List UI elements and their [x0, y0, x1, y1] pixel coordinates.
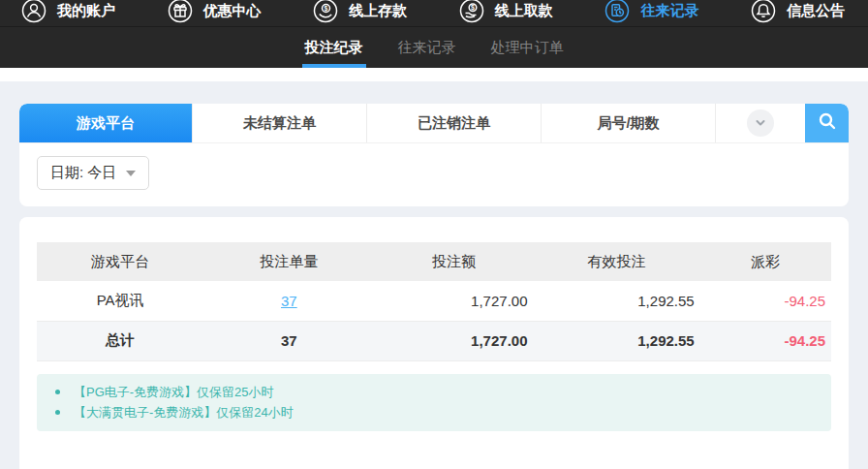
table-total-row: 总计 37 1,727.00 1,292.55 -94.25	[37, 321, 831, 360]
notice-box: 【PG电子-免费游戏】仅保留25小时 【大满贯电子-免费游戏】仅保留24小时	[37, 374, 831, 431]
bullet-icon	[55, 410, 60, 415]
tab-label: 已注销注单	[418, 114, 490, 133]
nav-item-promotions[interactable]: 优惠中心	[168, 0, 262, 23]
tab-cancelled-bets[interactable]: 已注销注单	[366, 104, 541, 142]
bell-icon	[751, 0, 776, 23]
search-button[interactable]	[805, 104, 849, 142]
nav-item-records[interactable]: 往来记录	[604, 0, 698, 23]
filter-row: 日期: 今日	[19, 143, 849, 206]
deposit-coin-icon: $	[313, 0, 338, 23]
notice-line: 【PG电子-免费游戏】仅保留25小时	[55, 382, 818, 402]
cell-payout: -94.25	[700, 281, 831, 321]
tab-label: 游戏平台	[77, 114, 135, 133]
cell-platform: PA视讯	[37, 281, 203, 321]
cell-valid-bets: 1,292.55	[533, 281, 699, 321]
filter-tabs: 游戏平台 未结算注单 已注销注单 局号/期数	[19, 104, 849, 143]
subnav-tab-betting-records[interactable]: 投注纪录	[302, 27, 366, 68]
filter-panel: 游戏平台 未结算注单 已注销注单 局号/期数	[19, 104, 849, 206]
subnav-tab-label: 处理中订单	[491, 39, 564, 57]
svg-text:$: $	[471, 4, 475, 12]
cell-total-valid: 1,292.55	[533, 321, 699, 360]
notice-line: 【大满贯电子-免费游戏】仅保留24小时	[55, 402, 818, 422]
bullet-icon	[55, 390, 60, 394]
nav-label: 信息公告	[787, 2, 845, 20]
cell-total-payout: -94.25	[700, 321, 831, 360]
tab-round-number[interactable]: 局号/期数	[541, 104, 715, 142]
header-game-platform: 游戏平台	[37, 242, 203, 281]
caret-down-icon	[126, 171, 136, 176]
table-header-row: 游戏平台 投注单量 投注额 有效投注 派彩	[37, 242, 831, 281]
header-payout: 派彩	[700, 242, 831, 281]
table-row: PA视讯 37 1,727.00 1,292.55 -94.25	[37, 281, 831, 321]
chevron-down-icon	[747, 109, 774, 137]
tab-label: 局号/期数	[597, 114, 659, 133]
gift-icon	[168, 0, 193, 23]
bet-count-link[interactable]: 37	[281, 293, 297, 309]
nav-label: 优惠中心	[203, 2, 262, 20]
subnav-tab-label: 投注纪录	[305, 39, 363, 57]
subnav-tab-label: 往来记录	[398, 39, 456, 57]
search-icon	[817, 110, 838, 136]
main-content: 游戏平台 未结算注单 已注销注单 局号/期数	[0, 81, 868, 469]
results-table: 游戏平台 投注单量 投注额 有效投注 派彩 PA视讯 37 1,727.00 1…	[37, 242, 831, 361]
withdraw-coin-icon: $	[459, 0, 484, 23]
records-icon	[604, 0, 630, 23]
cell-total-count: 37	[203, 321, 374, 360]
nav-label: 线上存款	[349, 2, 407, 20]
tab-game-platform[interactable]: 游戏平台	[19, 104, 192, 142]
user-icon	[21, 0, 46, 23]
results-card: 游戏平台 投注单量 投注额 有效投注 派彩 PA视讯 37 1,727.00 1…	[19, 217, 849, 469]
header-valid-bets: 有效投注	[533, 242, 699, 281]
tab-unsettled-bets[interactable]: 未结算注单	[192, 104, 366, 142]
nav-label: 我的账户	[57, 2, 115, 20]
expand-toggle[interactable]	[715, 104, 805, 142]
date-filter-label: 日期: 今日	[50, 164, 116, 182]
notice-text: 【大满贯电子-免费游戏】仅保留24小时	[74, 402, 294, 422]
nav-label: 线上取款	[495, 2, 553, 20]
subnav-tab-processing-orders[interactable]: 处理中订单	[488, 27, 567, 68]
top-navbar: 我的账户 优惠中心 $ 线上存款	[0, 0, 868, 26]
date-filter-dropdown[interactable]: 日期: 今日	[37, 156, 149, 190]
secondary-navbar: 投注纪录 往来记录 处理中订单	[0, 26, 868, 68]
nav-item-withdraw[interactable]: $ 线上取款	[459, 0, 553, 23]
tab-label: 未结算注单	[243, 114, 316, 133]
header-bet-count: 投注单量	[203, 242, 374, 281]
nav-item-announcements[interactable]: 信息公告	[751, 0, 845, 23]
cell-bet-amount: 1,727.00	[374, 281, 533, 321]
white-strip	[0, 68, 868, 81]
header-bet-amount: 投注额	[374, 242, 533, 281]
subnav-tab-transaction-records[interactable]: 往来记录	[395, 27, 459, 68]
nav-item-deposit[interactable]: $ 线上存款	[313, 0, 407, 23]
cell-total-amount: 1,727.00	[374, 321, 533, 360]
nav-item-my-account[interactable]: 我的账户	[21, 0, 115, 23]
cell-total-label: 总计	[37, 321, 203, 360]
notice-text: 【PG电子-免费游戏】仅保留25小时	[74, 382, 274, 402]
nav-label: 往来记录	[640, 2, 698, 20]
svg-text:$: $	[325, 5, 328, 13]
